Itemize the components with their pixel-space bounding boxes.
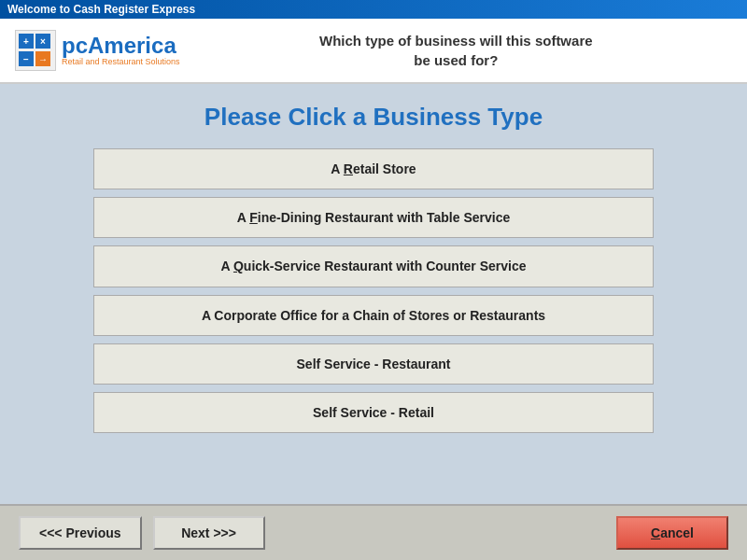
logo-cell-x: × <box>35 34 50 49</box>
logo-cell-plus: + <box>19 34 34 49</box>
previous-button[interactable]: <<< Previous <box>19 516 142 550</box>
main-title: Please Click a Business Type <box>204 103 543 132</box>
logo-cell-arrow: → <box>35 51 50 66</box>
btn-quick-service[interactable]: A Quick-Service Restaurant with Counter … <box>93 245 654 287</box>
btn-self-service-retail[interactable]: Self Service - Retail <box>93 392 654 433</box>
title-bar: Welcome to Cash Register Express <box>0 0 747 19</box>
header: + × − → pcAmerica Retail and Restaurant … <box>0 19 747 84</box>
header-question-line2: be used for? <box>414 52 498 68</box>
logo-text: pcAmerica Retail and Restaurant Solution… <box>62 35 180 66</box>
next-button[interactable]: Next >>> <box>153 516 265 550</box>
cancel-button[interactable]: Cancel <box>616 516 728 550</box>
footer: <<< Previous Next >>> Cancel <box>0 504 747 560</box>
main-content: Please Click a Business Type A Retail St… <box>0 84 747 504</box>
header-question-line1: Which type of business will this softwar… <box>319 33 593 49</box>
business-buttons-list: A Retail Store A Fine-Dining Restaurant … <box>93 148 654 433</box>
logo-area: + × − → pcAmerica Retail and Restaurant … <box>15 30 180 71</box>
logo-icon: + × − → <box>15 30 56 71</box>
title-bar-label: Welcome to Cash Register Express <box>7 3 195 16</box>
btn-fine-dining[interactable]: A Fine-Dining Restaurant with Table Serv… <box>93 197 654 238</box>
logo-cell-minus: − <box>19 51 34 66</box>
brand-tagline: Retail and Restaurant Solutions <box>62 57 180 66</box>
previous-label: <<< Previous <box>39 525 121 540</box>
brand-name: pcAmerica <box>62 35 180 57</box>
btn-retail-store[interactable]: A Retail Store <box>93 148 654 189</box>
btn-self-service-restaurant[interactable]: Self Service - Restaurant <box>93 343 654 385</box>
btn-corporate-office[interactable]: A Corporate Office for a Chain of Stores… <box>93 295 654 336</box>
header-question: Which type of business will this softwar… <box>180 31 732 70</box>
next-label: Next >>> <box>181 525 236 540</box>
